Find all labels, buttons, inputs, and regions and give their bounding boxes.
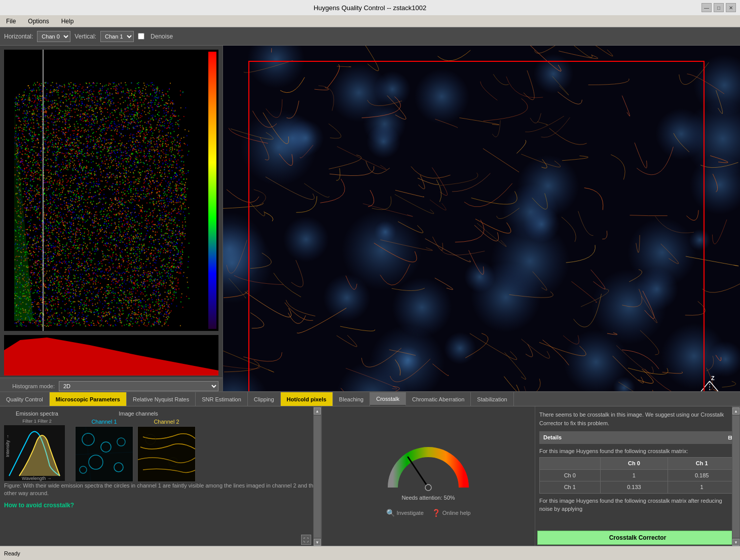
menu-file[interactable]: File	[4, 17, 18, 26]
investigate-button[interactable]: 🔍 Investigate	[386, 509, 424, 517]
details-header: Details ⊟	[539, 431, 736, 444]
matrix-row-0: Ch 0 1 0.185	[540, 469, 736, 481]
svg-rect-26	[138, 427, 196, 482]
tab-stabilization[interactable]: Stabilization	[471, 392, 513, 406]
scatter-plot[interactable]	[4, 50, 218, 331]
details-collapse-btn[interactable]: ⊟	[728, 434, 732, 441]
close-button[interactable]: ✕	[726, 3, 736, 12]
matrix-r1-label: Ch 1	[540, 481, 601, 494]
crosstalk-right-content: There seems to be crosstalk in this imag…	[535, 406, 740, 547]
tab-crosstalk[interactable]: Crosstalk	[370, 392, 406, 406]
corrector-btn-area: Crosstalk Corrector	[535, 527, 740, 547]
vertical-select[interactable]: Chan 0 Chan 1	[100, 31, 134, 42]
online-help-button[interactable]: ❓ Online help	[432, 509, 471, 517]
channel-images-container: Channel 1	[75, 419, 202, 482]
svg-marker-1	[4, 338, 218, 376]
right-scroll-down[interactable]: ▼	[732, 539, 739, 546]
window-title: Huygens Quality Control -- zstack1002	[314, 4, 427, 12]
svg-line-29	[408, 457, 428, 488]
left-scrollbar[interactable]: ▲ ▼	[313, 406, 321, 547]
image-channels-section: Image channels Channel 1	[75, 410, 202, 482]
histogram-mode-label: Histogram mode:	[4, 383, 55, 389]
matrix-header-ch1: Ch 1	[668, 458, 736, 470]
right-text-area: There seems to be crosstalk in this imag…	[535, 406, 740, 527]
menu-help[interactable]: Help	[59, 17, 76, 26]
scatter-canvas	[4, 50, 218, 331]
spectra-svg: Intensity → Wavelength →	[4, 425, 65, 481]
matrix-r0-ch1: 0.185	[668, 469, 736, 481]
left-panel: Histogram mode: 2D 3D Channels: ◄ Ch 0 C…	[0, 46, 223, 431]
tab-hot-cold-pixels[interactable]: Hot/cold pixels	[281, 392, 333, 406]
tab-relative-nyquist[interactable]: Relative Nyquist Rates	[127, 392, 196, 406]
caption-section: Figure: With their wide emission spectra…	[4, 482, 317, 498]
scroll-down-btn[interactable]: ▼	[314, 539, 321, 546]
window-controls: — □ ✕	[701, 3, 736, 12]
matrix-header-ch0: Ch 0	[600, 458, 668, 470]
spectra-canvas: Intensity → Wavelength →	[4, 425, 65, 481]
channel-2-image: Channel 2	[137, 419, 196, 482]
details-text1: For this image Huygens found the followi…	[539, 447, 736, 456]
action-buttons: 🔍 Investigate ❓ Online help	[386, 509, 471, 517]
channel-1-label: Channel 1	[75, 419, 133, 425]
crosstalk-gauge-section: Needs attention: 50% 🔍 Investigate ❓ Onl…	[322, 406, 535, 547]
crosstalk-left-content: Emission spectra Filter 1 Filter 2 Inten…	[0, 406, 322, 547]
maximize-button[interactable]: □	[714, 3, 724, 12]
menu-bar: File Options Help	[0, 15, 740, 27]
tab-bar: Quality Control Microscopic Parameters R…	[0, 392, 740, 406]
status-text: Ready	[4, 550, 20, 556]
matrix-row-1: Ch 1 0.133 1	[540, 481, 736, 494]
matrix-header-0	[540, 458, 601, 470]
scroll-up-btn[interactable]: ▲	[314, 407, 321, 415]
denoise-label: Denoise	[151, 33, 173, 40]
histogram-mode-select[interactable]: 2D 3D	[59, 381, 218, 391]
tab-content: Emission spectra Filter 1 Filter 2 Inten…	[0, 406, 740, 547]
channel-1-image: Channel 1	[75, 419, 133, 482]
tab-chromatic-aberration[interactable]: Chromatic Aberration	[406, 392, 471, 406]
svg-point-30	[425, 484, 431, 491]
matrix-r1-ch0: 0.133	[600, 481, 668, 494]
how-to-avoid-link[interactable]: How to avoid crosstalk?	[4, 502, 74, 509]
bottom-panel: Quality Control Microscopic Parameters R…	[0, 391, 740, 546]
svg-text:Wavelength →: Wavelength →	[22, 476, 52, 481]
tab-bleaching[interactable]: Bleaching	[333, 392, 370, 406]
gauge	[383, 437, 474, 493]
right-scrollbar[interactable]: ▲ ▼	[732, 406, 740, 547]
image-channels-title: Image channels	[75, 410, 202, 417]
channel-2-label: Channel 2	[137, 419, 196, 425]
title-bar: Huygens Quality Control -- zstack1002 — …	[0, 0, 740, 15]
tab-snr-estimation[interactable]: SNR Estimation	[196, 392, 248, 406]
toolbar: Horizontal: Chan 0 Chan 1 Vertical: Chan…	[0, 27, 740, 46]
matrix-r0-label: Ch 0	[540, 469, 601, 481]
figure-caption: Figure: With their wide emission spectra…	[4, 482, 317, 498]
histogram-area	[4, 335, 218, 376]
channel-2-svg	[138, 427, 196, 482]
vertical-label: Vertical:	[75, 33, 96, 40]
viewport-3d[interactable]: 10.00 μm Z X Y	[223, 46, 740, 431]
svg-text:Intensity →: Intensity →	[5, 434, 10, 457]
right-scroll-up[interactable]: ▲	[732, 407, 739, 415]
svg-text:Z: Z	[711, 376, 715, 381]
minimize-button[interactable]: —	[701, 3, 712, 12]
scroll-track	[314, 416, 321, 538]
channel-1-canvas	[75, 426, 133, 482]
tab-clipping[interactable]: Clipping	[248, 392, 281, 406]
details-text2: For this image Huygens found the followi…	[539, 497, 736, 513]
horizontal-label: Horizontal:	[4, 33, 33, 40]
histogram-mode-row: Histogram mode: 2D 3D	[4, 381, 218, 391]
horizontal-select[interactable]: Chan 0 Chan 1	[37, 31, 70, 42]
tab-microscopic-parameters[interactable]: Microscopic Parameters	[50, 392, 127, 406]
denoise-checkbox[interactable]	[138, 33, 144, 40]
color-gradient-bar	[208, 52, 216, 329]
emission-spectra-title: Emission spectra	[4, 410, 70, 417]
emission-spectra-section: Emission spectra Filter 1 Filter 2 Inten…	[4, 410, 70, 481]
tab-quality-control[interactable]: Quality Control	[0, 392, 50, 406]
filter-label: Filter 1 Filter 2	[4, 419, 70, 424]
how-to-avoid-section: How to avoid crosstalk?	[4, 502, 317, 509]
channel-1-svg	[76, 427, 133, 482]
crosstalk-description: There seems to be crosstalk in this imag…	[539, 410, 736, 427]
expand-button[interactable]: ⛶	[301, 535, 311, 545]
menu-options[interactable]: Options	[26, 17, 51, 26]
crosstalk-corrector-button[interactable]: Crosstalk Corrector	[537, 531, 738, 545]
gauge-svg	[383, 437, 474, 498]
matrix-r0-ch0: 1	[600, 469, 668, 481]
